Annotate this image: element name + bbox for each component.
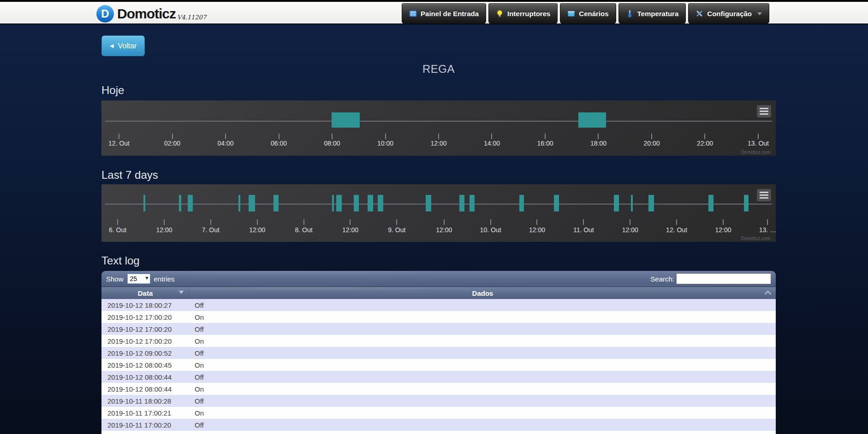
table-row: 2019-10-11 17:00:20Off — [101, 419, 776, 431]
timeline-on-bar — [238, 195, 240, 211]
axis-tick-label: 13. … — [759, 226, 776, 234]
table-row: 2019-10-12 18:00:27Off — [101, 299, 776, 311]
table-row: 2019-10-11 17:00:21On — [101, 407, 776, 419]
chart-context-menu-button[interactable] — [757, 105, 771, 117]
page-content: ◀ Voltar REGA Hoje Domoticz.com 12. Out0… — [101, 25, 776, 434]
version-label: V4.11207 — [177, 14, 206, 21]
sort-desc-icon — [179, 291, 184, 294]
tools-icon — [696, 10, 703, 18]
column-header-data[interactable]: Data — [101, 287, 190, 299]
menu-item-label: Temperatura — [637, 10, 679, 18]
chart-watermark: Domoticz.com — [741, 236, 770, 241]
axis-tick — [350, 219, 351, 225]
timeline-on-bar — [459, 195, 464, 211]
axis-tick-label: 8. Out — [295, 226, 313, 234]
timeline-on-bar — [614, 195, 619, 211]
table-header-row: Data Dados — [101, 287, 776, 299]
cell-data: 2019-10-12 08:00:44 — [101, 385, 189, 393]
cell-dados: Off — [189, 421, 776, 429]
axis-tick-label: 08:00 — [324, 140, 340, 147]
cell-dados: On — [189, 337, 776, 345]
axis-tick-label: 12:00 — [622, 226, 638, 234]
axis-tick — [332, 134, 333, 139]
textlog-table: Show 25 entries Search: Data Dados 2019-… — [101, 271, 776, 434]
axis-tick — [210, 219, 211, 225]
timeline-on-bar — [179, 195, 181, 211]
axis-tick — [385, 134, 386, 139]
axis-tick — [279, 134, 279, 139]
axis-tick-label: 12:00 — [436, 226, 452, 234]
timeline-on-bar — [426, 195, 431, 211]
chart-axis-line — [105, 121, 772, 122]
menu-item-label: Cenários — [579, 10, 608, 18]
dashboard-icon — [409, 10, 417, 18]
table-row: 2019-10-12 08:00:44On — [101, 383, 776, 395]
axis-tick-label: 6. Out — [109, 226, 126, 234]
main-menu: Painel de EntradaInterruptoresCenáriosTe… — [402, 3, 769, 24]
cell-dados: On — [189, 313, 776, 321]
menu-item-label: Configuração — [707, 10, 752, 18]
back-button[interactable]: ◀ Voltar — [101, 35, 145, 56]
page-size-control: Show 25 entries — [101, 274, 175, 284]
timeline-on-bar — [708, 195, 713, 211]
axis-tick — [676, 219, 677, 225]
column-header-dados[interactable]: Dados — [190, 287, 776, 299]
cell-data: 2019-10-12 17:00:20 — [101, 337, 189, 345]
timeline-on-bar — [354, 195, 359, 211]
axis-tick — [545, 134, 546, 139]
axis-tick-label: 02:00 — [164, 140, 180, 147]
menu-item-painel-de-entrada[interactable]: Painel de Entrada — [402, 3, 486, 24]
table-row: 2019-10-12 17:00:20On — [101, 311, 776, 323]
back-arrow-icon: ◀ — [110, 43, 113, 49]
table-body: 2019-10-12 18:00:27Off2019-10-12 17:00:2… — [101, 299, 776, 434]
axis-tick-label: 14:00 — [484, 140, 500, 147]
menu-item-cenarios[interactable]: Cenários — [560, 3, 616, 24]
axis-tick — [583, 219, 584, 225]
page-size-select-wrap: 25 — [127, 274, 150, 284]
axis-tick-label: 7. Out — [202, 226, 220, 234]
thermometer-icon — [626, 10, 634, 18]
axis-tick — [164, 219, 165, 225]
cell-dados: Off — [189, 301, 776, 309]
menu-item-temperatura[interactable]: Temperatura — [618, 3, 686, 24]
timeline-on-bar — [332, 112, 360, 128]
axis-tick — [225, 134, 226, 139]
page-title: REGA — [101, 63, 776, 76]
axis-tick-label: 12:00 — [529, 226, 545, 234]
menu-item-configuracao[interactable]: Configuração — [688, 3, 769, 24]
menu-item-interruptores[interactable]: Interruptores — [488, 3, 558, 24]
axis-tick-label: 16:00 — [537, 140, 553, 147]
entries-label: entries — [154, 275, 175, 283]
table-row: 2019-10-12 09:00:52Off — [101, 347, 776, 359]
page-size-select[interactable]: 25 — [127, 274, 150, 284]
chart-title-hoje: Hoje — [101, 84, 124, 97]
timeline-on-bar — [744, 195, 749, 211]
chart-context-menu-button[interactable] — [757, 189, 771, 201]
axis-tick — [303, 219, 304, 225]
axis-tick — [704, 134, 705, 139]
cell-data: 2019-10-11 18:00:28 — [101, 397, 189, 405]
axis-tick-label: 12:00 — [715, 226, 731, 234]
logo-text: Domoticz — [117, 6, 176, 22]
chart-axis-line — [105, 204, 772, 205]
chart-last7days: Domoticz.com 6. Out12:007. Out12:008. Ou… — [101, 184, 776, 242]
axis-tick-label: 10. Out — [480, 226, 501, 234]
cell-dados: Off — [189, 373, 776, 381]
axis-tick — [396, 219, 397, 225]
axis-tick — [767, 219, 768, 225]
timeline-on-bar — [470, 195, 475, 211]
axis-tick — [536, 219, 537, 225]
axis-tick-label: 20:00 — [643, 140, 660, 147]
cell-dados: Off — [189, 349, 776, 357]
timeline-on-bar — [648, 195, 654, 211]
axis-tick-label: 22:00 — [697, 140, 713, 147]
timeline-on-bar — [631, 195, 633, 211]
cell-dados: On — [189, 361, 776, 369]
cell-data: 2019-10-12 17:00:20 — [101, 325, 189, 333]
timeline-on-bar — [368, 195, 373, 211]
timeline-on-bar — [188, 195, 193, 211]
axis-tick — [630, 219, 630, 225]
timeline-on-bar — [249, 195, 255, 211]
search-input[interactable] — [676, 273, 771, 284]
table-row: 2019-10-11 17:00:20On — [101, 431, 776, 434]
